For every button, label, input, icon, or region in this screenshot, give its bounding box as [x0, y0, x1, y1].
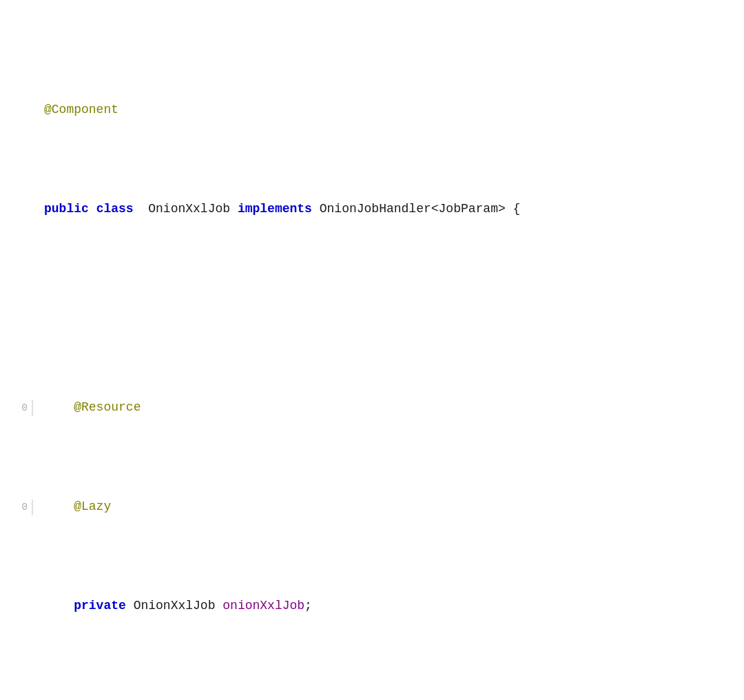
field-name: onionXxlJob [223, 599, 304, 612]
line-number-4: 0 [14, 400, 33, 415]
class-name: OnionXxlJob [141, 202, 237, 216]
code-line-2: public class OnionXxlJob implements Onio… [14, 199, 723, 219]
annotation-lazy: @Lazy [74, 500, 111, 513]
code-line-1: @Component [14, 100, 723, 120]
code-line-5: 0 @Lazy [14, 497, 723, 517]
kw-implements: implements [238, 202, 312, 216]
line-content-3 [44, 298, 723, 318]
line-content-5: @Lazy [44, 497, 723, 517]
interface-name: OnionJobHandler<JobParam> { [312, 202, 520, 216]
code-line-4: 0 @Resource [14, 398, 723, 418]
line-content-4: @Resource [44, 398, 723, 418]
line-number-5: 0 [14, 500, 33, 515]
line-content-6: private OnionXxlJob onionXxlJob; [44, 596, 723, 616]
code-line-7 [14, 695, 723, 700]
line-content-2: public class OnionXxlJob implements Onio… [44, 199, 723, 219]
kw-private: private [74, 599, 126, 612]
line-content-1: @Component [44, 100, 723, 120]
annotation-resource: @Resource [74, 400, 141, 414]
line-content-7 [44, 695, 723, 700]
field-type: OnionXxlJob [126, 599, 223, 612]
annotation-component: @Component [44, 103, 118, 116]
code-line-3 [14, 298, 723, 318]
kw-public: public [44, 202, 89, 216]
kw-class: class [96, 202, 134, 216]
code-line-6: private OnionXxlJob onionXxlJob; [14, 596, 723, 616]
code-editor: @Component public class OnionXxlJob impl… [0, 14, 744, 700]
semicolon: ; [304, 599, 312, 612]
